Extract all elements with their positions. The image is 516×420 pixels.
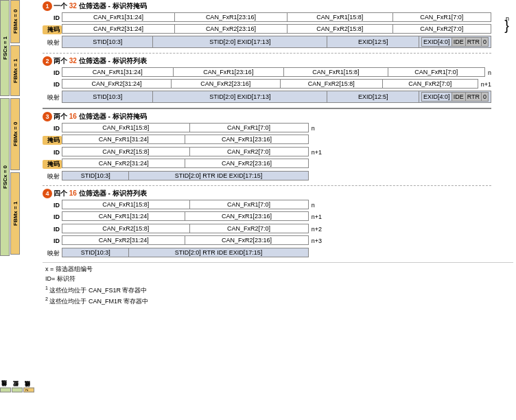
cell: CAN_FxR1[15:8] <box>284 68 388 77</box>
cell: STID[10:3] <box>62 36 153 48</box>
table-row: CAN_FxR2[31:24] CAN_FxR2[23:16] CAN_FxR2… <box>62 25 491 34</box>
section3-id-a: ID CAN_FxR1[15:8] CAN_FxR1[7:0] n <box>43 123 491 134</box>
fbmx-bars: FBMx = 0 FBMx = 1 FBMx = 0 FBMx = 1 <box>10 0 20 420</box>
mode-label: 筛选器组模式² <box>23 388 34 393</box>
cell: CAN_FxR1[7:0] <box>392 13 491 22</box>
section1-tables: ID CAN_FxR1[31:24] CAN_FxR1[23:16] CAN_F… <box>43 12 491 49</box>
section4-id-n-table: CAN_FxR1[15:8] CAN_FxR1[7:0] <box>62 200 309 209</box>
cell: EXID[4:0] <box>422 93 452 102</box>
cell: CAN_FxR2[23:16] <box>174 25 287 34</box>
cell: CAN_FxR1[31:24] <box>62 13 175 22</box>
cell: CAN_FxR1[15:8] <box>62 124 190 132</box>
section2-title: 两个 32 位筛选器 - 标识符列表 <box>54 56 147 66</box>
main-content: 1 一个 32 位筛选器 - 标识符掩码 ID CAN_FxR1[31:24] … <box>41 0 516 420</box>
section4-id-n2: ID CAN_FxR2[15:8] CAN_FxR2[7:0] n+2 <box>43 224 491 235</box>
cell: RTR <box>465 38 481 47</box>
fsc-bars: FSCx = 1 FSCx = 0 <box>0 0 10 420</box>
n-label1: n <box>506 15 509 22</box>
fbmx1-bar-bot: FBMx = 1 <box>10 172 20 255</box>
id-label3a: ID <box>43 125 62 132</box>
cell: CAN_FxR2[23:16] <box>171 80 280 89</box>
legend-item-2: 2 这些位均位于 CAN_FM1R 寄存器中 <box>45 295 183 306</box>
cell: CAN_FxR1[7:0] <box>388 68 484 77</box>
section4-id-n3-table: CAN_FxR2[31:24] CAN_FxR2[23:16] <box>62 235 309 245</box>
section1-mask-table: CAN_FxR2[31:24] CAN_FxR2[23:16] CAN_FxR2… <box>62 24 491 34</box>
section3-mask-a: 掩码 CAN_FxR1[31:24] CAN_FxR1[23:16] <box>43 135 491 145</box>
section3-title: 两个 16 位筛选器 - 标识符掩码 <box>54 112 147 121</box>
section4-title: 四个 16 位筛选器 - 标识符列表 <box>54 189 147 198</box>
top-right-label: 筛选器 编号 <box>504 1 513 3</box>
cell: CAN_FxR1[23:16] <box>185 135 308 144</box>
cell: CAN_FxR2[31:24] <box>62 25 175 34</box>
cell: CAN_FxR2[23:16] <box>185 236 308 245</box>
fbmx0-bar-bot: FBMx = 0 <box>10 98 20 170</box>
table-row: CAN_FxR2[15:8] CAN_FxR2[7:0] <box>62 224 309 233</box>
cell: CAN_FxR1[7:0] <box>189 200 308 209</box>
cell: STID[10:3] <box>62 91 153 103</box>
table-row: CAN_FxR1[31:24] CAN_FxR1[23:16] <box>62 135 309 144</box>
table-row: CAN_FxR1[15:8] CAN_FxR1[7:0] <box>62 124 309 132</box>
legend-item-x: x = 筛选器组编号 <box>45 264 183 274</box>
cell: RTR <box>465 93 481 102</box>
table-row: STID[10:3] STID[2:0] EXID[17:13] EXID[12… <box>62 36 491 48</box>
cell: CAN_FxR2[7:0] <box>392 25 491 34</box>
section1: 1 一个 32 位筛选器 - 标识符掩码 ID CAN_FxR1[31:24] … <box>43 1 491 49</box>
cell: CAN_FxR1[15:8] <box>62 200 190 209</box>
bottom-left-labels: 筛选器组尺度 配置位置 筛选器组模式² <box>0 388 38 393</box>
cell: CAN_FxR2[31:24] <box>62 159 185 168</box>
n-label2b: n+1 <box>481 81 491 88</box>
section3-group-a: ID CAN_FxR1[15:8] CAN_FxR1[7:0] n 掩码 <box>43 123 491 145</box>
id-label4c: ID <box>43 226 62 233</box>
cell: STID[10:3] <box>62 248 129 257</box>
cell: EXID[4:0] <box>422 38 452 47</box>
table-row: CAN_FxR2[31:24] CAN_FxR2[23:16] <box>62 159 309 168</box>
cell: CAN_FxR1[7:0] <box>189 124 308 132</box>
section3-mask-a-table: CAN_FxR1[31:24] CAN_FxR1[23:16] <box>62 135 309 144</box>
id-label4d: ID <box>43 237 62 244</box>
cell: CAN_FxR1[31:24] <box>62 135 185 144</box>
cell: STID[2:0] RTR IDE EXID[17:15] <box>129 172 308 180</box>
section3-group-b: ID CAN_FxR2[15:8] CAN_FxR2[7:0] n+1 掩码 <box>43 147 491 170</box>
cell-group: EXID[4:0] IDE RTR 0 <box>419 36 491 48</box>
section4: 4 四个 16 位筛选器 - 标识符列表 ID CAN_FxR1[15:8] C… <box>43 185 491 259</box>
cell: STID[2:0] EXID[17:13] <box>153 91 327 103</box>
table-row: STID[10:3] STID[2:0] RTR IDE EXID[17:15] <box>62 172 309 180</box>
section3-id-b-table: CAN_FxR2[15:8] CAN_FxR2[7:0] <box>62 147 309 156</box>
section2-map-table: STID[10:3] STID[2:0] EXID[17:13] EXID[12… <box>62 91 491 103</box>
mask-label3a: 掩码 <box>43 136 62 145</box>
badge4: 4 <box>43 189 52 198</box>
id-label4b: ID <box>43 213 62 220</box>
section4-id-n1: ID CAN_FxR1[31:24] CAN_FxR1[23:16] n+1 <box>43 211 491 222</box>
n-label2a: n <box>488 69 491 76</box>
id-label3b: ID <box>43 149 62 156</box>
section1-map-table: STID[10:3] STID[2:0] EXID[17:13] EXID[12… <box>62 36 491 48</box>
cell: STID[10:3] <box>62 172 129 180</box>
cell: IDE <box>452 38 465 47</box>
table-row: CAN_FxR1[15:8] CAN_FxR1[7:0] <box>62 200 309 209</box>
cell: IDE <box>452 93 465 102</box>
cell: CAN_FxR1[23:16] <box>173 68 284 77</box>
section3-mask-b: 掩码 CAN_FxR2[31:24] CAN_FxR2[23:16] <box>43 159 491 170</box>
table-row: CAN_FxR2[15:8] CAN_FxR2[7:0] <box>62 148 309 156</box>
section3-map-row: 映射 STID[10:3] STID[2:0] RTR IDE EXID[17:… <box>43 171 491 182</box>
cell: CAN_FxR2[7:0] <box>189 224 308 233</box>
cell: CAN_FxR2[7:0] <box>189 148 308 156</box>
config-label: 配置位置 <box>12 388 23 393</box>
cell: CAN_FxR2[15:8] <box>280 80 382 89</box>
badge1: 1 <box>43 1 52 11</box>
section4-id-n1-table: CAN_FxR1[31:24] CAN_FxR1[23:16] <box>62 211 309 221</box>
cell: CAN_FxR2[23:16] <box>185 159 308 168</box>
cell: CAN_FxR2[7:0] <box>382 80 478 89</box>
legend-right: x = 筛选器组编号 ID= 标识符 1 这些位均位于 CAN_FS1R 寄存器… <box>45 264 183 307</box>
section4-id-n: ID CAN_FxR1[15:8] CAN_FxR1[7:0] n <box>43 200 491 211</box>
fsc0-bar: FSCx = 0 <box>0 98 10 256</box>
table-row: CAN_FxR1[31:24] CAN_FxR1[23:16] <box>62 212 309 221</box>
section3-id-b: ID CAN_FxR2[15:8] CAN_FxR2[7:0] n+1 <box>43 147 491 158</box>
cell: STID[2:0] EXID[17:13] <box>153 36 327 48</box>
table-row: CAN_FxR2[31:24] CAN_FxR2[23:16] <box>62 236 309 245</box>
cell: CAN_FxR2[31:24] <box>62 80 172 89</box>
page: 筛选器 编号 FSCx = 1 FSCx = 0 FBMx = 0 FBMx =… <box>0 0 516 420</box>
table-row: EXID[4:0] IDE RTR 0 <box>422 93 489 102</box>
section4-tables: ID CAN_FxR1[15:8] CAN_FxR1[7:0] n ID CA <box>43 200 491 259</box>
section4-header: 4 四个 16 位筛选器 - 标识符列表 <box>43 189 491 198</box>
